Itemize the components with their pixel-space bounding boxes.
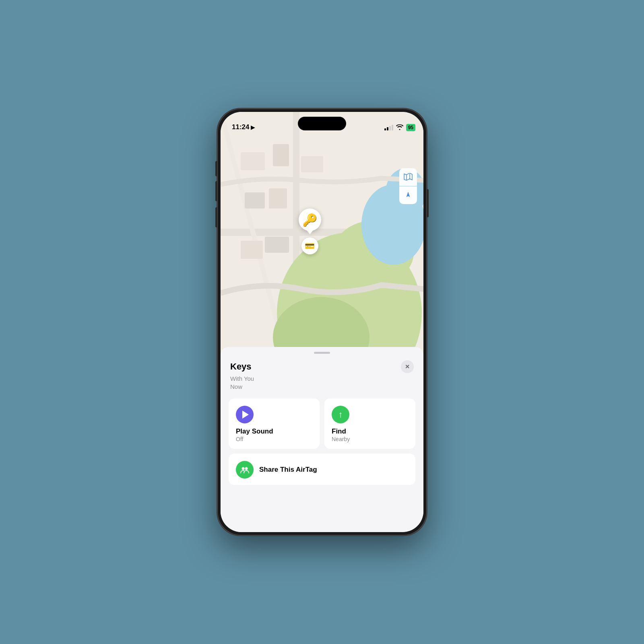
location-button[interactable] xyxy=(399,186,417,204)
silent-button[interactable] xyxy=(215,161,217,176)
sheet-subtitle: With You Now xyxy=(229,375,415,390)
map-view[interactable]: 🔑 💳 xyxy=(221,112,423,369)
status-time: 11:24 ▶ xyxy=(232,123,255,131)
find-sublabel: Nearby xyxy=(332,436,408,442)
share-airtag-label: Share This AirTag xyxy=(259,466,317,474)
share-icon-circle xyxy=(236,461,254,479)
phone-screen: 11:24 ▶ 95 xyxy=(221,112,423,532)
volume-up-button[interactable] xyxy=(215,181,217,201)
svg-rect-13 xyxy=(269,188,287,208)
close-icon: ✕ xyxy=(405,363,410,370)
svg-rect-14 xyxy=(241,241,263,259)
signal-bar-3 xyxy=(389,126,391,130)
svg-rect-15 xyxy=(265,237,289,253)
location-arrow-icon: ▶ xyxy=(251,124,255,130)
battery-indicator: 95 xyxy=(406,124,415,131)
find-nearby-icon-circle: ↑ xyxy=(332,406,349,423)
key-pin[interactable]: 🔑 xyxy=(299,208,321,231)
power-button[interactable] xyxy=(427,189,429,217)
svg-rect-11 xyxy=(301,156,323,172)
dynamic-island xyxy=(298,117,346,130)
arrow-up-icon: ↑ xyxy=(339,410,343,419)
svg-rect-9 xyxy=(241,152,265,170)
map-type-button[interactable] xyxy=(399,168,417,186)
sheet-header: Keys ✕ xyxy=(229,360,415,373)
find-label: Find xyxy=(332,427,408,436)
people-icon xyxy=(240,465,250,475)
map-controls xyxy=(399,168,417,204)
play-sound-label: Play Sound xyxy=(236,427,312,436)
status-icons: 95 xyxy=(384,124,415,131)
time-display: 11:24 xyxy=(232,123,249,131)
sheet-title: Keys xyxy=(230,361,252,372)
play-sound-sublabel: Off xyxy=(236,436,312,442)
svg-rect-12 xyxy=(245,192,265,208)
actions-grid: Play Sound Off ↑ Find Nearby xyxy=(229,398,415,449)
signal-bar-2 xyxy=(387,127,388,130)
svg-point-17 xyxy=(245,467,248,470)
volume-down-button[interactable] xyxy=(215,207,217,227)
play-sound-card[interactable]: Play Sound Off xyxy=(229,398,320,449)
svg-rect-10 xyxy=(273,144,289,166)
share-airtag-card[interactable]: Share This AirTag xyxy=(229,454,415,485)
svg-point-16 xyxy=(242,467,245,470)
play-sound-icon-circle xyxy=(236,406,254,423)
wallet-pin[interactable]: 💳 xyxy=(301,237,318,254)
map-pin-area: 🔑 💳 xyxy=(299,208,321,254)
wallet-emoji: 💳 xyxy=(305,241,315,251)
play-sound-text: Play Sound Off xyxy=(236,427,312,442)
key-emoji: 🔑 xyxy=(302,213,317,227)
close-button[interactable]: ✕ xyxy=(401,360,414,373)
signal-bar-4 xyxy=(392,125,393,130)
subtitle-line1: With You xyxy=(230,375,254,382)
wifi-icon xyxy=(396,124,403,131)
phone-frame: 11:24 ▶ 95 xyxy=(217,109,427,535)
find-nearby-text: Find Nearby xyxy=(332,427,408,442)
play-icon xyxy=(242,411,249,419)
sheet-handle xyxy=(314,352,330,354)
signal-bars xyxy=(384,125,393,130)
battery-level: 95 xyxy=(408,125,413,130)
signal-bar-1 xyxy=(384,128,386,130)
map-background xyxy=(221,112,423,369)
bottom-sheet: Keys ✕ With You Now Play Sound Off xyxy=(221,347,423,532)
find-nearby-card[interactable]: ↑ Find Nearby xyxy=(324,398,415,449)
subtitle-line2: Now xyxy=(230,383,242,390)
